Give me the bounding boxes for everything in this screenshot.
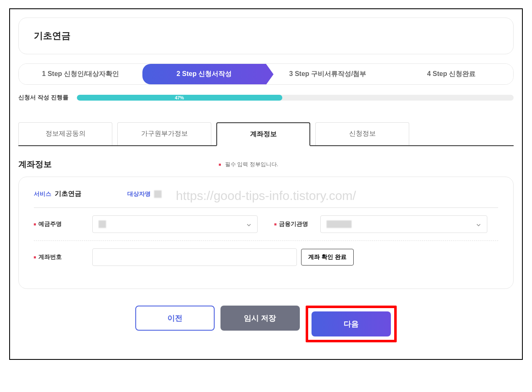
tab-label: 정보제공동의 (46, 130, 86, 137)
field-holder: 예금주명 (34, 215, 258, 233)
step-label: 2 Step 신청서작성 (177, 70, 232, 77)
required-note: 필수 입력 정부입니다. (219, 161, 278, 168)
section-title: 계좌정보 (18, 159, 52, 170)
target-label: 대상자명 (127, 190, 151, 198)
steps-progress: 1 Step 신청인/대상자확인 2 Step 신청서작성 3 Step 구비서… (18, 63, 514, 85)
step-4[interactable]: 4 Step 신청완료 (390, 64, 513, 84)
required-dot-icon (274, 223, 276, 225)
step-2[interactable]: 2 Step 신청서작성 (142, 64, 266, 84)
tab-household-info[interactable]: 가구원부가정보 (117, 122, 211, 145)
account-label: 계좌번호 (34, 253, 92, 261)
form-row-account: 계좌번호 계좌 확인 완료 (34, 241, 498, 273)
form-top-info: 서비스 기초연금 대상자명 (34, 190, 498, 208)
bank-select[interactable] (320, 215, 487, 233)
required-note-text: 필수 입력 정부입니다. (225, 161, 279, 167)
tab-label: 계좌정보 (250, 130, 277, 137)
required-dot-icon (34, 223, 36, 225)
chevron-down-icon (246, 222, 251, 227)
prev-button-label: 이전 (167, 313, 182, 323)
account-label-text: 계좌번호 (38, 253, 62, 261)
verify-account-button[interactable]: 계좌 확인 완료 (301, 249, 354, 266)
bank-value-redacted (327, 220, 352, 228)
step-3[interactable]: 3 Step 구비서류작성/첨부 (266, 64, 390, 84)
progress-bar: 47% (77, 95, 514, 101)
page-title: 기초연금 (34, 30, 498, 42)
account-form-card: 서비스 기초연금 대상자명 예금주명 (18, 177, 514, 289)
progress-percent: 47% (175, 95, 184, 100)
field-bank: 금융기관명 (274, 215, 498, 233)
tab-label: 신청정보 (349, 130, 376, 137)
step-label: 1 Step 신청인/대상자확인 (42, 70, 119, 77)
progress-bar-fill: 47% (77, 95, 282, 101)
progress-row: 신청서 작성 진행률 47% (18, 94, 514, 101)
tab-label: 가구원부가정보 (141, 130, 188, 137)
required-dot-icon (34, 256, 36, 258)
tab-account-info[interactable]: 계좌정보 (216, 122, 310, 146)
page-wrapper: 기초연금 1 Step 신청인/대상자확인 2 Step 신청서작성 3 Ste… (9, 8, 523, 360)
required-dot-icon (219, 164, 221, 166)
bank-label-text: 금융기관명 (279, 220, 308, 228)
title-box: 기초연금 (18, 18, 514, 54)
bank-label: 금융기관명 (274, 220, 320, 228)
service-label: 서비스 (34, 190, 51, 198)
step-1[interactable]: 1 Step 신청인/대상자확인 (19, 64, 142, 84)
button-row: 이전 임시 저장 다음 (18, 306, 514, 342)
next-button-highlight: 다음 (306, 306, 397, 342)
next-button[interactable]: 다음 (312, 311, 391, 336)
chevron-down-icon (476, 222, 481, 227)
section-headline: 계좌정보 필수 입력 정부입니다. (18, 159, 514, 170)
step-label: 3 Step 구비서류작성/첨부 (289, 70, 367, 77)
tab-info-consent[interactable]: 정보제공동의 (18, 122, 112, 145)
prev-button[interactable]: 이전 (135, 306, 215, 331)
save-button[interactable]: 임시 저장 (220, 306, 300, 331)
tabs: 정보제공동의 가구원부가정보 계좌정보 신청정보 (18, 122, 514, 146)
account-number-input[interactable] (92, 248, 297, 266)
holder-label: 예금주명 (34, 220, 92, 228)
holder-select[interactable] (92, 215, 258, 233)
save-button-label: 임시 저장 (244, 313, 276, 323)
holder-label-text: 예금주명 (38, 220, 62, 228)
service-value: 기초연금 (55, 190, 81, 198)
target-name-redacted (154, 190, 162, 198)
next-button-label: 다음 (344, 319, 359, 329)
verify-button-label: 계좌 확인 완료 (308, 253, 347, 260)
form-row-holder-bank: 예금주명 금융기관명 (34, 208, 498, 241)
step-label: 4 Step 신청완료 (427, 70, 476, 77)
holder-value-redacted (99, 220, 106, 228)
progress-label: 신청서 작성 진행률 (18, 94, 68, 101)
tab-application-info[interactable]: 신청정보 (315, 122, 409, 145)
